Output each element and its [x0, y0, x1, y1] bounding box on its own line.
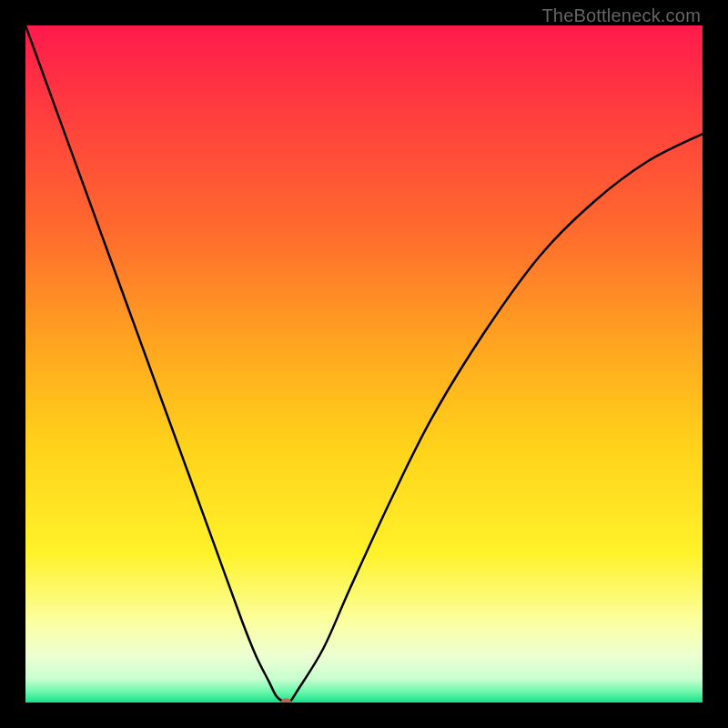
bottleneck-chart — [25, 25, 703, 703]
chart-frame: TheBottleneck.com — [0, 0, 728, 728]
gradient-background — [25, 25, 703, 703]
watermark-label: TheBottleneck.com — [541, 5, 701, 26]
plot-area — [25, 25, 703, 703]
